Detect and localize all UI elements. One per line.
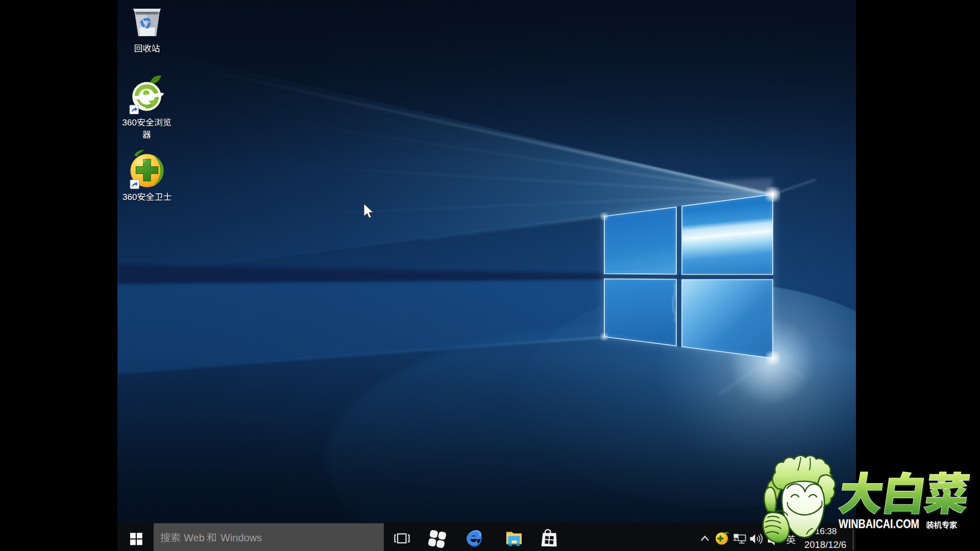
- svg-text:360: 360: [122, 118, 137, 128]
- svg-text:360: 360: [122, 192, 137, 202]
- svg-text:Windows: Windows: [220, 532, 262, 543]
- svg-text:WINBAICAI.COM: WINBAICAI.COM: [839, 517, 919, 531]
- svg-text:2018/12/6: 2018/12/6: [804, 539, 846, 550]
- svg-text:Web: Web: [184, 532, 205, 543]
